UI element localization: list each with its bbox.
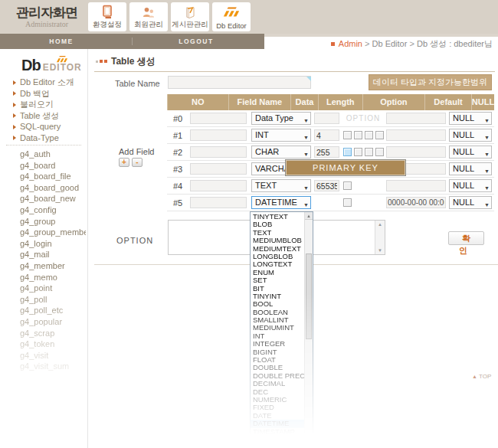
option-checkbox[interactable]	[375, 148, 384, 156]
default-input[interactable]	[386, 129, 446, 141]
data-type-option[interactable]: TINYTEXT	[251, 213, 304, 221]
remove-field-button[interactable]: -	[132, 158, 143, 167]
option-checkbox[interactable]	[375, 131, 384, 139]
data-type-select[interactable]: TEXT▼	[251, 179, 311, 192]
breadcrumb-item[interactable]: Admin	[339, 39, 362, 48]
tab-config[interactable]: 환경설정	[88, 2, 126, 31]
sidebar-menu-item[interactable]: Db 백업	[20, 88, 86, 100]
db-editor-logo[interactable]: DbEDITOR	[21, 57, 82, 74]
tab-boards[interactable]: 게시판관리	[171, 2, 209, 31]
data-type-option[interactable]: INT	[251, 332, 304, 340]
length-input[interactable]	[314, 146, 339, 158]
data-type-option[interactable]: NUMERIC	[251, 396, 304, 404]
scrollbar-thumb[interactable]	[306, 253, 312, 339]
default-input[interactable]	[386, 113, 446, 124]
sidebar-table-item[interactable]: g4_auth	[20, 149, 86, 160]
data-type-option[interactable]: BLOB	[251, 221, 304, 228]
data-type-option[interactable]: TINYINT	[251, 293, 304, 300]
sidebar-table-item[interactable]: g4_config	[20, 204, 86, 216]
data-type-select[interactable]: CHAR▼	[251, 146, 311, 159]
data-type-option[interactable]: DECIMAL	[251, 380, 304, 388]
sidebar-menu-item[interactable]: Table 생성	[20, 110, 86, 122]
sidebar-menu-item[interactable]: SQL-query	[20, 121, 86, 132]
field-name-input[interactable]	[190, 146, 247, 158]
data-type-option[interactable]: BOOLEAN	[251, 309, 304, 316]
data-type-select[interactable]: INT▼	[251, 129, 311, 142]
data-type-option[interactable]: DEC	[251, 388, 304, 396]
textarea-scrollbar[interactable]: ▲ ▼	[375, 221, 385, 254]
option-checkbox[interactable]	[343, 181, 352, 190]
length-input[interactable]	[314, 129, 339, 141]
field-name-input[interactable]	[190, 197, 247, 208]
data-type-option[interactable]: SMALLINT	[251, 316, 304, 324]
data-type-option[interactable]: DATETIME	[251, 420, 304, 427]
null-select[interactable]: NULL▼	[449, 146, 492, 159]
sidebar-table-item[interactable]: g4_poll	[20, 294, 86, 306]
sidebar-menu-item[interactable]: Db Editor 소개	[20, 77, 86, 88]
null-select[interactable]: NULL▼	[449, 129, 492, 142]
data-type-option[interactable]: ENUM	[251, 269, 304, 276]
sidebar-table-item[interactable]: g4_member	[20, 260, 86, 272]
data-type-select[interactable]: Data Type▼	[251, 112, 311, 125]
breadcrumb-item[interactable]: Db 생성 : dbediter님	[407, 39, 493, 48]
primary-key-button[interactable]: PRIMARY KEY	[285, 159, 406, 176]
data-type-option[interactable]: BOOL	[251, 300, 304, 308]
sidebar-table-item[interactable]: g4_visit	[20, 350, 86, 361]
sidebar-table-item[interactable]: g4_scrap	[20, 328, 86, 339]
logout-button[interactable]: LOGOUT	[169, 34, 224, 49]
table-name-input[interactable]	[168, 76, 311, 89]
null-select[interactable]: NULL▼	[449, 196, 492, 209]
data-type-option[interactable]: TIMESTAMP	[251, 428, 304, 436]
sidebar-table-item[interactable]: g4_token	[20, 338, 86, 350]
data-type-option[interactable]: LONGBLOB	[251, 253, 304, 260]
data-type-option[interactable]: INTEGER	[251, 340, 304, 348]
tab-members[interactable]: 회원관리	[129, 2, 168, 31]
field-name-input[interactable]	[190, 113, 247, 124]
length-input[interactable]	[314, 180, 339, 191]
field-name-input[interactable]	[190, 180, 247, 191]
tab-db-editor[interactable]: Db Editor	[212, 2, 251, 31]
sidebar-table-item[interactable]: g4_board	[20, 160, 86, 172]
sidebar-table-item[interactable]: g4_group	[20, 216, 86, 227]
field-name-input[interactable]	[190, 129, 247, 141]
data-type-option[interactable]: FLOAT	[251, 356, 304, 364]
data-type-option[interactable]: MEDIUMINT	[251, 324, 304, 332]
sidebar-table-item[interactable]: g4_memo	[20, 272, 86, 283]
length-input[interactable]	[314, 113, 339, 124]
confirm-button[interactable]: 확인	[448, 231, 484, 245]
data-type-option[interactable]: LONGTEXT	[251, 260, 304, 268]
data-type-option[interactable]: DATE	[251, 412, 304, 420]
sidebar-table-item[interactable]: g4_board_new	[20, 193, 86, 204]
null-select[interactable]: NULL▼	[449, 162, 492, 175]
data-type-option[interactable]: TIME	[251, 436, 304, 443]
option-checkbox[interactable]	[343, 131, 352, 139]
data-type-option[interactable]: FIXED	[251, 404, 304, 411]
data-type-option[interactable]: DOUBLE	[251, 364, 304, 371]
null-select[interactable]: NULL▼	[449, 179, 492, 192]
dropdown-scrollbar[interactable]: ▲	[304, 212, 313, 443]
sidebar-menu-item[interactable]: Data-Type	[20, 132, 86, 144]
option-checkbox-highlighted[interactable]	[343, 148, 352, 156]
sidebar-table-item[interactable]: g4_poll_etc	[20, 305, 86, 316]
sidebar-table-item[interactable]: g4_popular	[20, 316, 86, 328]
data-type-select-open[interactable]: DATETIME▼	[251, 196, 311, 209]
field-name-input[interactable]	[190, 163, 247, 175]
sidebar-table-item[interactable]: g4_mail	[20, 249, 86, 260]
default-input[interactable]	[386, 197, 446, 208]
data-type-range-button[interactable]: 데이터 타입과 지정가능한범위	[369, 74, 492, 90]
default-input[interactable]	[386, 146, 446, 158]
option-checkbox[interactable]	[354, 148, 362, 156]
add-field-button[interactable]: +	[119, 158, 129, 167]
home-button[interactable]: HOME	[38, 34, 84, 49]
data-type-option[interactable]: SET	[251, 276, 304, 284]
back-to-top-link[interactable]: ▲TOP	[472, 373, 491, 380]
data-type-option[interactable]: BIGINT	[251, 348, 304, 356]
data-type-option[interactable]: BIT	[251, 285, 304, 293]
sidebar-table-item[interactable]: g4_login	[20, 238, 86, 250]
sidebar-table-item[interactable]: g4_visit_sum	[20, 361, 86, 372]
breadcrumb-item[interactable]: Db Editor	[362, 39, 407, 48]
sidebar-table-item[interactable]: g4_point	[20, 283, 86, 294]
default-input[interactable]	[386, 180, 446, 191]
data-type-option[interactable]: MEDIUMTEXT	[251, 245, 304, 253]
sidebar-table-item[interactable]: g4_board_file	[20, 171, 86, 182]
